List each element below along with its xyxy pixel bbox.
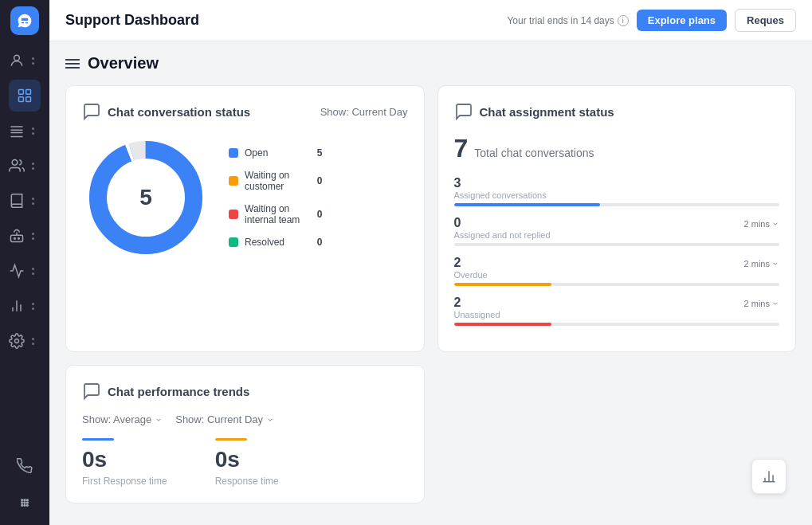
topbar-right: Your trial ends in 14 days i Explore pla… <box>507 9 796 32</box>
svg-point-18 <box>26 501 29 503</box>
sidebar-item-inbox[interactable] <box>9 115 41 147</box>
legend-dot-waiting-customer <box>229 176 238 186</box>
chat-status-title-group: Chat conversation status <box>82 102 250 121</box>
assignment-row-unassigned-header: 2 Unassigned 2 mins <box>454 296 780 319</box>
dashboard-icon <box>17 88 33 104</box>
sidebar <box>0 0 49 525</box>
widget-chart-icon <box>761 468 777 484</box>
page-title: Support Dashboard <box>65 12 199 29</box>
legend-label-resolved: Resolved <box>245 237 300 248</box>
svg-point-8 <box>18 238 20 240</box>
cards-row: Chat conversation status Show: Current D… <box>65 85 796 352</box>
svg-point-21 <box>26 504 29 507</box>
bottom-row: Chat performance trends Show: Average Sh… <box>65 365 796 503</box>
assigned-label: Assigned conversations <box>454 190 547 200</box>
assignment-row-not-replied: 0 Assigned and not replied 2 mins <box>454 216 780 246</box>
svg-point-17 <box>23 501 25 503</box>
request-button[interactable]: Reques <box>735 9 796 32</box>
apps-icon <box>17 495 33 511</box>
reports-icon <box>9 298 25 314</box>
main-area: Support Dashboard Your trial ends in 14 … <box>49 0 812 525</box>
chevron-average-icon <box>155 416 163 424</box>
perf-label-first-response: First Response time <box>82 476 167 487</box>
perf-average-label: Show: Average <box>82 413 151 425</box>
assigned-count: 3 <box>454 176 461 190</box>
assignment-row-not-replied-header: 0 Assigned and not replied 2 mins <box>454 216 780 240</box>
unassigned-label: Unassigned <box>454 310 500 319</box>
svg-point-16 <box>21 501 23 503</box>
sidebar-logo[interactable] <box>10 6 39 35</box>
legend-item-waiting-customer: Waiting oncustomer 0 <box>229 170 322 192</box>
campaigns-icon <box>9 263 25 279</box>
donut-chart: 5 <box>82 134 210 261</box>
chat-status-title: Chat conversation status <box>108 105 250 119</box>
assignment-row-unassigned-left: 2 Unassigned <box>454 296 500 319</box>
settings-icon <box>9 333 25 349</box>
sidebar-item-campaigns[interactable] <box>9 255 41 287</box>
overdue-count: 2 <box>454 256 461 269</box>
sidebar-item-reports[interactable] <box>9 290 41 322</box>
not-replied-time[interactable]: 2 mins <box>744 219 779 229</box>
chat-status-show-selector[interactable]: Show: Current Day <box>320 106 408 118</box>
sidebar-dots-settings <box>25 335 41 347</box>
assignment-row-assigned: 3 Assigned conversations <box>454 176 780 206</box>
donut-area: 5 Open 5 Waiting oncustomer 0 <box>82 134 408 261</box>
perf-filters: Show: Average Show: Current Day <box>82 413 408 425</box>
svg-point-20 <box>23 504 25 507</box>
sidebar-item-bot[interactable] <box>9 220 41 252</box>
sidebar-item-contacts[interactable] <box>9 150 41 182</box>
trial-notice: Your trial ends in 14 days i <box>507 15 628 26</box>
sidebar-item-activity[interactable] <box>9 45 41 76</box>
chevron-down-small-icon <box>771 220 779 228</box>
assignment-row-assigned-left: 3 Assigned conversations <box>454 176 547 200</box>
perf-filter-day[interactable]: Show: Current Day <box>175 413 274 425</box>
sidebar-item-settings[interactable] <box>9 325 41 357</box>
svg-point-14 <box>23 499 25 501</box>
sidebar-dots-reports <box>25 300 41 312</box>
svg-rect-6 <box>11 235 23 241</box>
chat-status-card: Chat conversation status Show: Current D… <box>65 85 425 352</box>
explore-plans-button[interactable]: Explore plans <box>637 10 727 31</box>
sidebar-item-apps[interactable] <box>9 487 41 519</box>
overdue-time[interactable]: 2 mins <box>744 259 779 268</box>
perf-filter-average[interactable]: Show: Average <box>82 413 163 425</box>
svg-point-19 <box>21 504 23 507</box>
chat-performance-card: Chat performance trends Show: Average Sh… <box>65 365 425 503</box>
donut-center-value: 5 <box>139 185 152 210</box>
sidebar-item-book[interactable] <box>9 185 41 217</box>
chevron-down-unassigned-icon <box>771 300 779 308</box>
sidebar-item-dashboard[interactable] <box>9 80 41 112</box>
perf-metric-first-response: 0s First Response time <box>82 438 167 487</box>
inbox-icon <box>9 123 25 139</box>
svg-rect-3 <box>19 97 24 102</box>
sidebar-item-phone[interactable] <box>9 450 41 482</box>
not-replied-progress-track <box>454 243 780 246</box>
legend-item-open: Open 5 <box>229 147 322 159</box>
legend-value-resolved: 0 <box>306 237 322 248</box>
chat-assignment-header: Chat assignment status <box>454 102 780 121</box>
overdue-label: Overdue <box>454 270 488 280</box>
perf-bar-first-response <box>82 438 114 441</box>
activity-icon <box>9 53 25 69</box>
perf-metric-response: 0s Response time <box>215 438 279 487</box>
legend-value-open: 5 <box>306 147 322 159</box>
overdue-progress-fill <box>454 283 552 286</box>
not-replied-count: 0 <box>454 216 461 229</box>
hamburger-icon[interactable] <box>65 59 80 69</box>
sidebar-dots-bot <box>25 229 41 242</box>
sidebar-dots-contacts <box>25 159 41 172</box>
empty-card-area <box>437 365 797 503</box>
assignment-row-overdue-header: 2 Overdue 2 mins <box>454 256 780 280</box>
topbar: Support Dashboard Your trial ends in 14 … <box>49 0 812 41</box>
svg-point-7 <box>14 238 16 240</box>
info-icon[interactable]: i <box>618 15 629 26</box>
perf-day-label: Show: Current Day <box>175 413 263 425</box>
bot-icon <box>9 228 25 244</box>
svg-rect-2 <box>26 90 31 95</box>
svg-point-12 <box>15 339 19 343</box>
unassigned-time[interactable]: 2 mins <box>744 299 779 308</box>
sidebar-dots-inbox <box>25 124 41 137</box>
perf-card-header: Chat performance trends <box>82 382 408 401</box>
widget-button[interactable] <box>751 459 787 494</box>
overview-title: Overview <box>88 54 159 72</box>
